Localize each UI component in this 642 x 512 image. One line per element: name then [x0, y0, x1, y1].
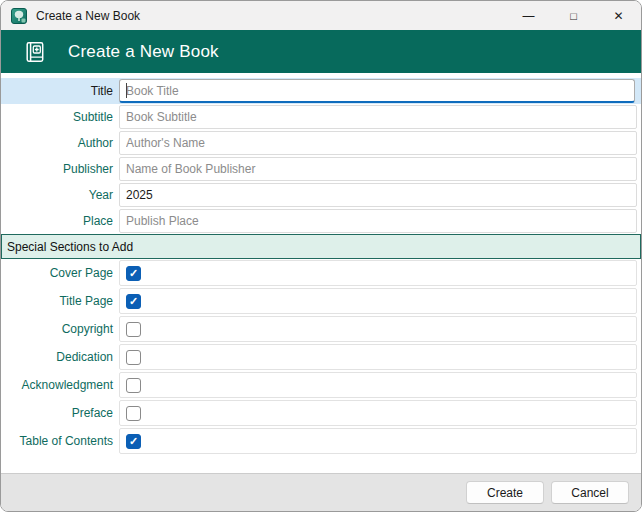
year-input[interactable] [119, 183, 637, 207]
year-field-row: Year [1, 182, 641, 208]
copyright-checkbox[interactable] [126, 322, 141, 337]
window-title: Create a New Book [36, 9, 506, 23]
year-label: Year [1, 182, 119, 208]
acknowledgment-label: Acknowledgment [1, 371, 119, 399]
dialog-header: Create a New Book [1, 30, 641, 73]
author-input[interactable] [119, 131, 637, 155]
place-field-row: Place [1, 208, 641, 234]
title-input[interactable] [119, 79, 635, 103]
subtitle-field-row: Subtitle [1, 104, 641, 130]
new-book-icon [22, 40, 46, 64]
close-button[interactable]: ✕ [596, 2, 641, 30]
title-page-checkbox[interactable] [126, 294, 141, 309]
copyright-label: Copyright [1, 315, 119, 343]
subtitle-input[interactable] [119, 105, 637, 129]
special-sections-header: Special Sections to Add [1, 234, 641, 259]
cover-page-label: Cover Page [1, 259, 119, 287]
create-button[interactable]: Create [466, 481, 544, 504]
maximize-button[interactable]: □ [551, 2, 596, 30]
cover-page-row: Cover Page [1, 259, 641, 287]
special-sections-title: Special Sections to Add [7, 240, 133, 254]
table-of-contents-checkbox[interactable] [126, 434, 141, 449]
subtitle-label: Subtitle [1, 104, 119, 130]
preface-label: Preface [1, 399, 119, 427]
title-field-row: Title [1, 78, 641, 104]
table-of-contents-row: Table of Contents [1, 427, 641, 455]
dedication-row: Dedication [1, 343, 641, 371]
publisher-input[interactable] [119, 157, 637, 181]
cover-page-checkbox[interactable] [126, 266, 141, 281]
title-page-label: Title Page [1, 287, 119, 315]
preface-row: Preface [1, 399, 641, 427]
text-caret [126, 83, 127, 98]
author-field-row: Author [1, 130, 641, 156]
place-label: Place [1, 208, 119, 234]
minimize-button[interactable]: — [506, 2, 551, 30]
create-new-book-dialog: Create a New Book — □ ✕ Create a New Boo… [0, 0, 642, 512]
title-label: Title [1, 78, 119, 104]
place-input[interactable] [119, 209, 637, 233]
close-icon: ✕ [613, 9, 623, 23]
copyright-row: Copyright [1, 315, 641, 343]
dialog-content: Title Subtitle Author Publisher [1, 73, 641, 473]
publisher-label: Publisher [1, 156, 119, 182]
author-label: Author [1, 130, 119, 156]
dedication-checkbox[interactable] [126, 350, 141, 365]
preface-checkbox[interactable] [126, 406, 141, 421]
table-of-contents-label: Table of Contents [1, 427, 119, 455]
title-bar: Create a New Book — □ ✕ [1, 1, 641, 30]
dedication-label: Dedication [1, 343, 119, 371]
dialog-footer: Create Cancel [1, 473, 641, 511]
title-page-row: Title Page [1, 287, 641, 315]
dialog-title: Create a New Book [68, 42, 219, 62]
acknowledgment-checkbox[interactable] [126, 378, 141, 393]
minimize-icon: — [523, 9, 535, 23]
app-icon [11, 8, 27, 24]
maximize-icon: □ [570, 10, 577, 22]
publisher-field-row: Publisher [1, 156, 641, 182]
cancel-button[interactable]: Cancel [551, 481, 629, 504]
acknowledgment-row: Acknowledgment [1, 371, 641, 399]
